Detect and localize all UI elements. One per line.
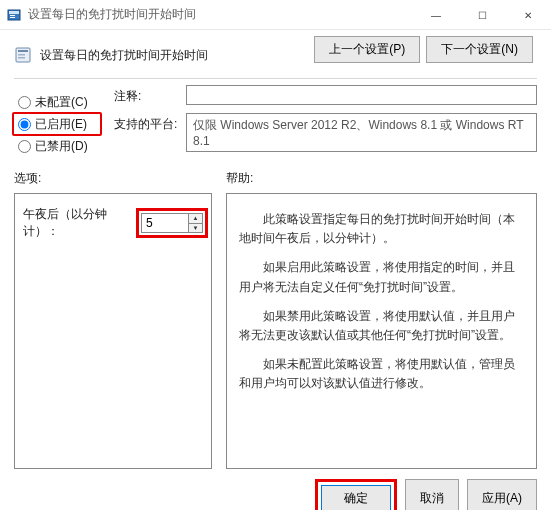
radio-disabled[interactable]: 已禁用(D)	[14, 135, 114, 157]
divider	[14, 78, 537, 79]
window-title: 设置每日的免打扰时间开始时间	[28, 6, 196, 23]
svg-rect-7	[18, 57, 25, 59]
minutes-label: 午夜后（以分钟计）：	[23, 206, 133, 240]
dialog-buttons: 确定 取消 应用(A)	[14, 479, 537, 510]
radio-not-configured-label: 未配置(C)	[35, 94, 88, 111]
radio-enabled-label: 已启用(E)	[35, 116, 87, 133]
state-radio-group: 未配置(C) 已启用(E) 已禁用(D)	[14, 85, 114, 160]
comment-field[interactable]	[186, 85, 537, 105]
platform-value: 仅限 Windows Server 2012 R2、Windows 8.1 或 …	[186, 113, 537, 152]
maximize-button[interactable]: ☐	[459, 0, 505, 30]
svg-rect-6	[18, 54, 25, 56]
help-text: 如果未配置此策略设置，将使用默认值，管理员和用户均可以对该默认值进行修改。	[239, 355, 524, 393]
radio-enabled[interactable]: 已启用(E)	[14, 113, 114, 135]
cancel-button[interactable]: 取消	[405, 479, 459, 510]
svg-rect-1	[9, 11, 19, 14]
apply-button[interactable]: 应用(A)	[467, 479, 537, 510]
close-button[interactable]: ✕	[505, 0, 551, 30]
options-heading: 选项:	[14, 170, 212, 187]
platform-label: 支持的平台:	[114, 113, 186, 133]
ok-button[interactable]: 确定	[321, 485, 391, 510]
app-icon	[6, 7, 22, 23]
minutes-spinner[interactable]: ▲ ▼	[141, 213, 203, 233]
radio-disabled-label: 已禁用(D)	[35, 138, 88, 155]
radio-not-configured-input[interactable]	[18, 96, 31, 109]
minutes-input[interactable]	[142, 214, 188, 232]
svg-rect-5	[18, 50, 28, 52]
radio-enabled-input[interactable]	[18, 118, 31, 131]
next-setting-button[interactable]: 下一个设置(N)	[426, 36, 533, 63]
svg-rect-2	[10, 15, 15, 16]
page-title: 设置每日的免打扰时间开始时间	[40, 47, 208, 64]
options-panel: 午夜后（以分钟计）： ▲ ▼	[14, 193, 212, 469]
comment-label: 注释:	[114, 85, 186, 105]
spin-up-button[interactable]: ▲	[189, 214, 202, 224]
help-text: 如果启用此策略设置，将使用指定的时间，并且用户将无法自定义任何“免打扰时间”设置…	[239, 258, 524, 296]
help-text: 此策略设置指定每日的免打扰时间开始时间（本地时间午夜后，以分钟计）。	[239, 210, 524, 248]
prev-setting-button[interactable]: 上一个设置(P)	[314, 36, 420, 63]
policy-icon	[14, 46, 32, 64]
spin-down-button[interactable]: ▼	[189, 224, 202, 233]
highlight-box: 确定	[315, 479, 397, 510]
help-heading: 帮助:	[226, 170, 537, 187]
title-bar: 设置每日的免打扰时间开始时间 — ☐ ✕	[0, 0, 551, 30]
radio-disabled-input[interactable]	[18, 140, 31, 153]
help-text: 如果禁用此策略设置，将使用默认值，并且用户将无法更改该默认值或其他任何“免打扰时…	[239, 307, 524, 345]
help-panel: 此策略设置指定每日的免打扰时间开始时间（本地时间午夜后，以分钟计）。 如果启用此…	[226, 193, 537, 469]
radio-not-configured[interactable]: 未配置(C)	[14, 91, 114, 113]
svg-rect-3	[10, 17, 15, 18]
minimize-button[interactable]: —	[413, 0, 459, 30]
